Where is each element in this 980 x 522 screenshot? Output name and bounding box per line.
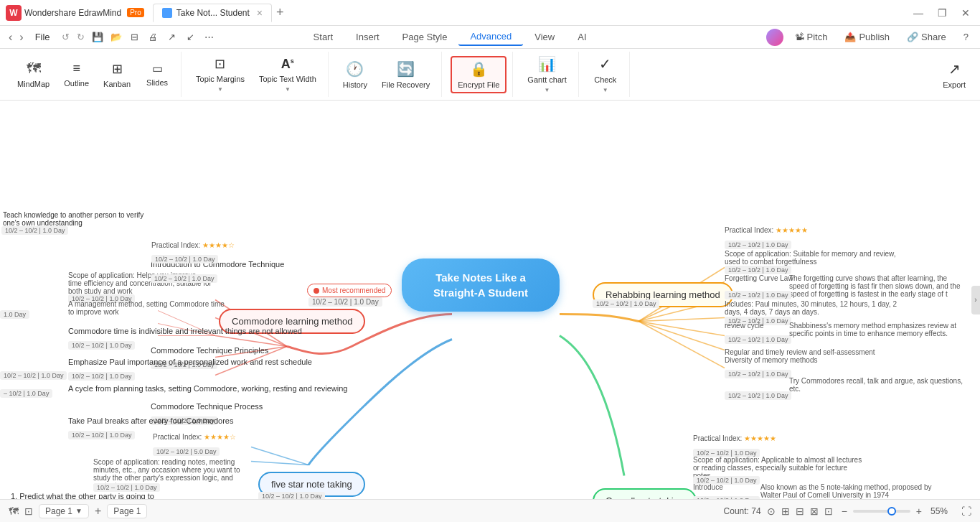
topic-text-width-chevron: ▼ xyxy=(285,86,291,93)
tab-insert[interactable]: Insert xyxy=(344,29,391,45)
file-menu[interactable]: File xyxy=(29,30,56,44)
try-commodores-text: Try Commodores recall, talk and argue, a… xyxy=(789,377,969,393)
print-icon[interactable]: 🖨 xyxy=(146,30,161,45)
user-avatar[interactable] xyxy=(766,29,783,46)
fit-screen-icon[interactable]: ⊡ xyxy=(824,505,833,517)
pitch-btn[interactable]: 📽 Pitch xyxy=(789,29,834,45)
tab-ai[interactable]: AI xyxy=(566,29,598,45)
publish-btn[interactable]: 📤 Publish xyxy=(839,29,895,45)
menu-bar: ‹ › File ↺ ↻ 💾 📂 ⊟ 🖨 ↗ ↙ ⋯ Start Insert … xyxy=(0,26,980,49)
logo-icon: W xyxy=(6,5,22,21)
minimize-btn[interactable]: — xyxy=(909,6,928,20)
page-1-label: Page 1 xyxy=(45,506,72,516)
ribbon-btn-export[interactable]: ↗ Export xyxy=(934,52,974,97)
topic-margins-chevron: ▼ xyxy=(217,86,223,93)
ribbon: 🗺 MindMap ≡ Outline ⊞ Kanban ▭ Slides ⊡ … xyxy=(0,49,980,101)
date-diversity: 10/2 – 10/2 | 1.0 Day xyxy=(725,366,791,379)
layout-icon-1[interactable]: ⊞ xyxy=(781,505,790,517)
recommended-text: Most recommended xyxy=(322,286,385,294)
date-indivisible: 10/2 – 10/2 | 1.0 Day xyxy=(68,337,135,350)
date-introduce: 10/2 – 10/2 | 1.0 Day xyxy=(693,493,760,499)
tab-view[interactable]: View xyxy=(523,29,566,45)
ribbon-btn-outline[interactable]: ≡ Outline xyxy=(58,58,95,90)
nav-buttons: ‹ › xyxy=(6,29,27,45)
layout-icon-3[interactable]: ⊠ xyxy=(810,505,819,517)
right-actions: 📽 Pitch 📤 Publish 🔗 Share ? xyxy=(766,29,974,46)
ribbon-btn-topic-text-width[interactable]: As Topic Text Width ▼ xyxy=(253,54,322,95)
share-btn[interactable]: 🔗 Share xyxy=(901,29,952,45)
more-icon[interactable]: ⋯ xyxy=(202,30,217,45)
center-node[interactable]: Take Notes Like aStraight-A Student xyxy=(402,258,560,312)
toolbar-icons: 💾 📂 ⊟ 🖨 ↗ ↙ ⋯ xyxy=(90,30,217,45)
page-dropdown-icon: ▼ xyxy=(75,507,83,515)
fullscreen-icon[interactable]: ⛶ xyxy=(961,505,971,517)
zoom-thumb[interactable] xyxy=(887,507,896,516)
predict-text: 1. Predict what the other party is going… xyxy=(11,492,161,499)
date-badge-1: 10/2 – 10/2 | 1.0 Day xyxy=(308,298,382,306)
forgetting-curve-desc: The forgetting curve shows that after le… xyxy=(789,274,969,298)
tab-label: Take Not... Student xyxy=(176,8,250,18)
maximize-btn[interactable]: ❐ xyxy=(933,6,951,20)
practical-index-cornell: Practical Index: ★★★★★ xyxy=(693,434,776,442)
date-practical-right: 10/2 – 10/2 | 1.0 Day xyxy=(725,237,791,250)
date-scope-five: 10/2 – 10/2 | 1.0 Day xyxy=(93,480,160,493)
indivisible-text: Commodore time is indivisible and irrele… xyxy=(68,327,302,335)
ribbon-btn-gantt-chart[interactable]: 📊 Gantt chart ▼ xyxy=(522,52,572,96)
template-icon[interactable]: ⊟ xyxy=(128,30,142,45)
export-icon[interactable]: ↗ xyxy=(165,30,179,45)
undo-btn[interactable]: ↺ xyxy=(59,30,72,44)
ribbon-btn-kanban[interactable]: ⊞ Kanban xyxy=(98,58,136,91)
tab-close-btn[interactable]: × xyxy=(257,7,263,19)
forgetting-curve-law: Forgetting Curve Law xyxy=(725,274,793,282)
ribbon-btn-topic-margins[interactable]: ⊡ Topic Margins ▼ xyxy=(190,53,250,95)
practical-index-five: Practical Index: ★★★★☆ xyxy=(153,433,236,441)
tab-page-style[interactable]: Page Style xyxy=(391,29,459,45)
collapse-handle[interactable]: › xyxy=(971,286,980,314)
map-icon[interactable]: 🗺 xyxy=(9,505,19,517)
file-recovery-label: File Recovery xyxy=(382,80,430,89)
ribbon-btn-file-recovery[interactable]: 🔄 File Recovery xyxy=(376,57,435,92)
active-tab[interactable]: Take Not... Student × xyxy=(153,4,272,22)
current-page-label: Page 1 xyxy=(113,506,141,516)
zoom-slider[interactable] xyxy=(853,510,910,513)
topic-margins-label: Topic Margins xyxy=(196,75,245,83)
ribbon-btn-encrypt-file[interactable]: 🔒 Encrypt File xyxy=(451,56,507,93)
ribbon-btn-history[interactable]: 🕐 History xyxy=(337,57,373,92)
ribbon-btn-check[interactable]: ✓ Check ▼ xyxy=(588,52,623,96)
outline-icon: ≡ xyxy=(72,61,80,76)
date-emphasize: 10/2 – 10/2 | 1.0 Day xyxy=(68,368,135,381)
date-rest: 10/2 – 10/2 | 1.0 Day xyxy=(0,372,67,379)
pro-badge: Pro xyxy=(127,8,144,17)
main-area: Take Notes Like aStraight-A Student Comm… xyxy=(0,101,980,499)
redo-btn[interactable]: ↻ xyxy=(74,30,88,44)
zoom-plus-btn[interactable]: + xyxy=(913,505,925,517)
back-btn[interactable]: ‹ xyxy=(6,29,15,45)
branch-cornell[interactable]: Cornell note-taking xyxy=(593,488,697,499)
check-label: Check xyxy=(594,75,616,84)
import-icon[interactable]: ↙ xyxy=(184,30,198,45)
add-page-btn[interactable]: + xyxy=(95,505,101,518)
close-btn[interactable]: ✕ xyxy=(957,6,974,20)
slides-icon: ▭ xyxy=(152,62,163,75)
tab-start[interactable]: Start xyxy=(302,29,344,45)
forward-btn[interactable]: › xyxy=(17,29,26,45)
current-page-btn[interactable]: Page 1 xyxy=(107,504,147,518)
date-try: 10/2 – 10/2 | 1.0 Day xyxy=(725,388,791,401)
page-1-btn[interactable]: Page 1 ▼ xyxy=(39,504,89,518)
layout-icon-2[interactable]: ⊟ xyxy=(796,505,804,517)
cycle-tasks-text: A cycle from planning tasks, setting Com… xyxy=(68,384,347,393)
date-mgmt: 1.0 Day xyxy=(0,311,29,318)
folder-icon[interactable]: 📂 xyxy=(109,30,123,45)
zoom-minus-btn[interactable]: − xyxy=(839,505,850,517)
new-tab-btn[interactable]: + xyxy=(276,5,284,20)
fit-icon[interactable]: ⊡ xyxy=(24,505,33,517)
canvas[interactable]: Take Notes Like aStraight-A Student Comm… xyxy=(0,101,980,499)
save-icon[interactable]: 💾 xyxy=(90,30,105,45)
tab-advanced[interactable]: Advanced xyxy=(458,28,523,46)
help-btn[interactable]: ? xyxy=(958,29,974,45)
ribbon-btn-slides[interactable]: ▭ Slides xyxy=(139,59,175,90)
mindmap-icon: 🗺 xyxy=(27,60,41,77)
ribbon-btn-mindmap[interactable]: 🗺 MindMap xyxy=(11,57,55,91)
target-icon[interactable]: ⊙ xyxy=(767,505,776,517)
ribbon-group-check: ✓ Check ▼ xyxy=(582,52,630,97)
